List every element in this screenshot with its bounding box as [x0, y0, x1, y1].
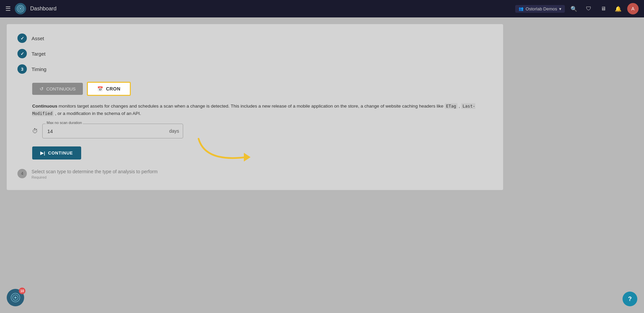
- duration-field-wrap: Max no scan duration days: [42, 124, 183, 138]
- user-avatar[interactable]: A: [627, 3, 639, 14]
- page-title: Dashboard: [30, 6, 56, 12]
- step-target: ✓ Target: [17, 49, 492, 58]
- cron-button[interactable]: 📅 CRON: [87, 82, 131, 96]
- step-timing-circle: 3: [17, 64, 27, 74]
- continue-icon: ▶|: [40, 150, 45, 155]
- svg-marker-3: [244, 153, 251, 162]
- main-area: ✓ Asset ✓ Target 3 Timing ↺ CONTINUO: [0, 17, 644, 313]
- timing-description: Continuous monitors target assets for ch…: [32, 103, 492, 117]
- timing-content: ↺ CONTINUOUS 📅 CRON: [17, 82, 492, 160]
- description-rest: monitors target assets for changes and s…: [57, 104, 445, 109]
- continue-label: CONTINUE: [48, 150, 73, 155]
- app-logo: [15, 3, 26, 14]
- step-asset-label: Asset: [32, 36, 44, 41]
- etag-code: ETag: [445, 103, 458, 109]
- duration-row: ⏱ Max no scan duration days: [32, 124, 492, 138]
- duration-input[interactable]: [42, 124, 183, 138]
- top-navigation: ☰ Dashboard 👥 Ostorlab Demos ▾ 🔍 🛡 🖥 🔔 A: [0, 0, 644, 17]
- continuous-icon: ↺: [40, 86, 44, 91]
- help-icon: ?: [628, 296, 632, 303]
- desc-end: , or a modification in the schema of an …: [54, 111, 141, 116]
- step4-area: 4 Select scan type to determine the type…: [17, 169, 492, 179]
- continuous-label: CONTINUOUS: [46, 86, 75, 91]
- step-asset: ✓ Asset: [17, 34, 492, 43]
- step-target-circle: ✓: [17, 49, 27, 58]
- step4-main-text: Select scan type to determine the type o…: [32, 169, 158, 174]
- step4-text: Select scan type to determine the type o…: [32, 169, 158, 179]
- timing-button-row: ↺ CONTINUOUS 📅 CRON: [32, 82, 492, 96]
- notification-badge: 10: [19, 288, 25, 294]
- step-timing: 3 Timing: [17, 64, 492, 74]
- svg-point-6: [14, 297, 16, 299]
- org-selector[interactable]: 👥 Ostorlab Demos ▾: [515, 5, 565, 13]
- continuous-button[interactable]: ↺ CONTINUOUS: [32, 83, 83, 95]
- search-button[interactable]: 🔍: [568, 3, 580, 14]
- step-asset-circle: ✓: [17, 34, 27, 43]
- menu-icon[interactable]: ☰: [5, 5, 11, 12]
- duration-suffix: days: [169, 128, 179, 134]
- timer-icon: ⏱: [32, 128, 38, 135]
- steps-list: ✓ Asset ✓ Target 3 Timing: [17, 34, 492, 74]
- svg-point-2: [20, 8, 21, 10]
- org-dropdown-icon: ▾: [559, 6, 561, 11]
- shield-button[interactable]: 🛡: [583, 3, 594, 14]
- desc-separator1: ,: [458, 104, 461, 109]
- notifications-button[interactable]: 🔔: [612, 3, 624, 14]
- org-name: Ostorlab Demos: [526, 6, 557, 11]
- duration-label: Max no scan duration: [46, 121, 83, 125]
- step4-required: Required: [32, 175, 158, 179]
- description-bold: Continuous: [32, 104, 57, 109]
- step-target-label: Target: [32, 51, 46, 57]
- step-timing-label: Timing: [32, 66, 46, 72]
- continue-button[interactable]: ▶| CONTINUE: [32, 146, 81, 160]
- step4-circle: 4: [17, 169, 27, 178]
- help-button[interactable]: ?: [623, 292, 637, 306]
- bottom-badge[interactable]: 10: [7, 289, 24, 306]
- cron-label: CRON: [106, 86, 120, 91]
- cron-calendar-icon: 📅: [97, 86, 103, 91]
- bottom-logo[interactable]: 10: [7, 289, 24, 306]
- wizard-card: ✓ Asset ✓ Target 3 Timing ↺ CONTINUO: [7, 24, 503, 190]
- monitor-button[interactable]: 🖥: [598, 3, 609, 14]
